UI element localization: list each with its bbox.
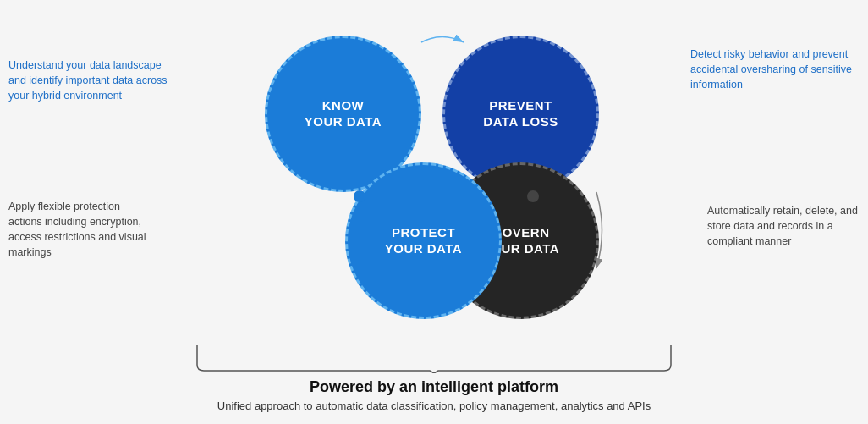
circle-protect: PROTECT YOUR DATA [345, 162, 502, 319]
powered-subtitle: Unified approach to automatic data class… [217, 399, 651, 412]
circle-know-line1: KNOW [322, 97, 365, 114]
circle-prevent-line1: PREVENT [489, 97, 552, 114]
annotation-protect: Apply flexible protection actions includ… [8, 199, 157, 261]
annotation-know-text: Understand your data landscape and ident… [8, 59, 168, 102]
annotation-prevent: Detect risky behavior and prevent accide… [690, 47, 860, 92]
powered-title-text: Powered by an intelligent platform [310, 378, 558, 395]
circle-protect-line1: PROTECT [392, 224, 455, 241]
circle-protect-line2: YOUR DATA [385, 240, 462, 257]
annotation-prevent-text: Detect risky behavior and prevent accide… [690, 48, 852, 91]
annotation-govern-text: Automatically retain, delete, and store … [707, 205, 858, 247]
annotation-govern: Automatically retain, delete, and store … [707, 203, 864, 249]
annotation-know: Understand your data landscape and ident… [8, 58, 169, 103]
powered-title: Powered by an intelligent platform [310, 378, 558, 396]
page-container: Understand your data landscape and ident… [0, 0, 868, 424]
circles-wrapper: KNOW YOUR DATA PREVENT DATA LOSS PROTECT… [214, 27, 654, 332]
dot-blue [354, 190, 365, 202]
bottom-section: Powered by an intelligent platform Unifi… [0, 341, 868, 424]
powered-subtitle-text: Unified approach to automatic data class… [217, 399, 651, 412]
circle-prevent-line2: DATA LOSS [483, 113, 558, 130]
annotation-protect-text: Apply flexible protection actions includ… [8, 201, 146, 258]
brace-container [189, 341, 679, 373]
diagram-area: Understand your data landscape and ident… [0, 0, 868, 341]
brace-svg [189, 341, 679, 373]
circle-know-line2: YOUR DATA [305, 113, 382, 130]
dot-dark [527, 190, 539, 202]
